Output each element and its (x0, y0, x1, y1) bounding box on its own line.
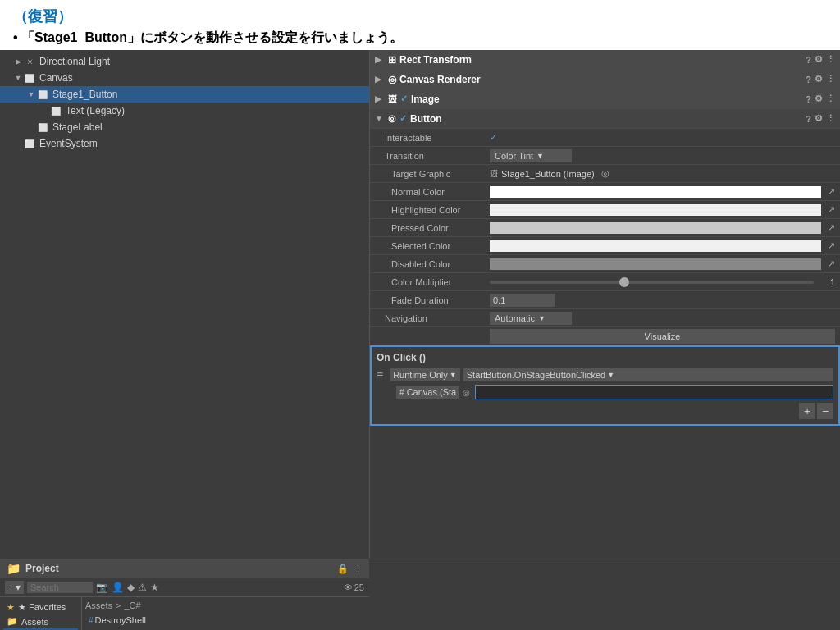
collapse-arrow: ▶ (375, 94, 388, 103)
canvas-icon: ⬜ (23, 71, 36, 84)
tree-item-stage1-button[interactable]: ▼ ⬜ Stage1_Button (0, 86, 369, 103)
lock-icon[interactable]: 🔒 (337, 564, 349, 574)
more-icon[interactable]: ⋮ (826, 94, 835, 104)
annotation-section: （復習） • 「Stage1_Button」にボタンを動作させる設定を行いましょ… (0, 0, 840, 50)
settings-icon[interactable]: ⚙ (815, 94, 823, 104)
target-graphic-row: Target Graphic 🖼 Stage1_Button (Image) ◎ (370, 165, 840, 183)
tree-item-canvas[interactable]: ▼ ⬜ Canvas (0, 70, 369, 86)
slider-track[interactable] (490, 281, 814, 284)
pressed-color-row: Pressed Color ↗ (370, 219, 840, 237)
project-header: 📁 Project 🔒 ⋮ (0, 559, 369, 578)
navigation-row: Navigation Automatic ▼ (370, 309, 840, 327)
visualize-row: Visualize (370, 327, 840, 345)
filter-icon-4[interactable]: ⚠ (138, 582, 147, 593)
filter-icon-5[interactable]: ★ (150, 582, 159, 593)
target-graphic-value: 🖼 Stage1_Button (Image) ◎ (490, 168, 835, 179)
pressed-color-swatch[interactable] (490, 222, 821, 234)
fade-duration-input[interactable] (490, 294, 555, 307)
tree-item-text-legacy[interactable]: ⬜ Text (Legacy) (0, 103, 369, 119)
more-icon[interactable]: ⋮ (826, 113, 835, 124)
filter-icon-1[interactable]: 📷 (96, 582, 108, 593)
visualize-button[interactable]: Visualize (490, 329, 835, 344)
project-panel: 📁 Project 🔒 ⋮ + ▾ 📷 👤 ◆ ⚠ ★ 👁 25 (0, 559, 369, 630)
interactable-row: Interactable ✓ (370, 129, 840, 147)
onclick-header: On Click () (377, 352, 833, 363)
image-header[interactable]: ▶ 🖼 ✓ Image ? ⚙ ⋮ (370, 89, 840, 109)
canvas-renderer-icon: ◎ (388, 74, 396, 85)
button-header[interactable]: ▼ ◎ ✓ Button ? ⚙ ⋮ (370, 109, 840, 129)
highlighted-color-row: Highlighted Color ↗ (370, 201, 840, 219)
hierarchy-panel: ▶ ☀ Directional Light ▼ ⬜ Canvas ▼ ⬜ Sta… (0, 50, 369, 559)
eye-icon: 👁 (344, 582, 353, 592)
dropdown-arrow-icon: ▼ (536, 152, 544, 160)
project-sidebar: ★ ★ Favorites 📁 Assets 📁 _C# ▶ 📁 _Images (0, 597, 82, 630)
runtime-dropdown[interactable]: Runtime Only ▼ (390, 368, 460, 381)
image-icon: 🖼 (388, 94, 397, 104)
more-icon[interactable]: ⋮ (826, 54, 835, 65)
star-icon: ★ (7, 602, 15, 613)
filter-icon-3[interactable]: ◆ (127, 582, 135, 593)
canvas-renderer-header[interactable]: ▶ ◎ Canvas Renderer ? ⚙ ⋮ (370, 70, 840, 89)
breadcrumb: Assets > _C# (85, 600, 366, 610)
settings-icon[interactable]: ⚙ (815, 74, 823, 84)
folder-icon: 📁 (7, 616, 18, 627)
function-dropdown[interactable]: StartButton.OnStageButtonClicked ▼ (463, 368, 833, 381)
pressed-color-eyedrop[interactable]: ↗ (828, 222, 835, 233)
highlighted-color-swatch[interactable] (490, 204, 821, 216)
dropdown-arrow-icon: ▼ (607, 371, 614, 379)
stage1-button-icon: ⬜ (36, 88, 49, 101)
rect-transform-icon: ⊞ (388, 54, 396, 66)
interactable-checkbox[interactable]: ✓ (490, 132, 497, 142)
tree-item-directional-light[interactable]: ▶ ☀ Directional Light (0, 53, 369, 70)
file-item-1[interactable]: # EnemyAttack_1 (85, 627, 366, 630)
component-icons: ? ⚙ ⋮ (806, 94, 835, 104)
help-icon[interactable]: ? (806, 75, 811, 84)
settings-icon[interactable]: ⚙ (815, 113, 823, 124)
event-system-icon: ⬜ (23, 137, 36, 150)
target-select-icon[interactable]: ◎ (601, 168, 609, 179)
object-icon: # (399, 388, 404, 397)
disabled-color-eyedrop[interactable]: ↗ (828, 258, 835, 269)
more-icon[interactable]: ⋮ (826, 74, 835, 84)
tree-item-stage-label[interactable]: ⬜ StageLabel (0, 119, 369, 135)
assets-item[interactable]: 📁 Assets (3, 614, 78, 628)
onclick-config-row: ≡ Runtime Only ▼ StartButton.OnStageButt… (377, 368, 833, 381)
highlighted-color-eyedrop[interactable]: ↗ (828, 204, 835, 215)
disabled-color-swatch[interactable] (490, 258, 821, 270)
color-multiplier-slider: 1 (490, 277, 835, 287)
settings-icon[interactable]: ⚙ (815, 54, 823, 65)
add-button[interactable]: + ▾ (5, 581, 24, 594)
object-select-icon[interactable]: ◎ (463, 388, 470, 397)
onclick-function-input[interactable] (475, 385, 833, 399)
navigation-dropdown[interactable]: Automatic ▼ (490, 312, 572, 325)
rect-transform-header[interactable]: ▶ ⊞ Rect Transform ? ⚙ ⋮ (370, 50, 840, 70)
filter-icon-2[interactable]: 👤 (112, 582, 124, 593)
help-icon[interactable]: ? (806, 114, 811, 124)
favorites-item[interactable]: ★ ★ Favorites (3, 600, 78, 614)
add-onclick-button[interactable]: + (799, 403, 815, 419)
object-label: # Canvas (Sta (396, 386, 459, 399)
file-item-0[interactable]: # DestroyShell (85, 614, 366, 627)
help-icon[interactable]: ? (806, 55, 811, 65)
bullet-instruction: • 「Stage1_Button」にボタンを動作させる設定を行いましょう。 (13, 30, 827, 47)
more-menu-icon[interactable]: ⋮ (354, 564, 363, 574)
script-icon: # (89, 616, 94, 625)
transition-dropdown[interactable]: Color Tint ▼ (490, 149, 572, 162)
normal-color-eyedrop[interactable]: ↗ (828, 186, 835, 197)
drag-handle-icon: ≡ (377, 368, 383, 381)
dropdown-arrow-icon: ▼ (538, 314, 546, 322)
remove-onclick-button[interactable]: − (817, 403, 833, 419)
help-icon[interactable]: ? (806, 94, 811, 104)
fukkyu-label: （復習） (13, 7, 827, 26)
selected-color-swatch[interactable] (490, 240, 821, 252)
slider-knob[interactable] (619, 277, 629, 287)
project-body: ★ ★ Favorites 📁 Assets 📁 _C# ▶ 📁 _Images (0, 597, 369, 630)
target-graphic-icon: 🖼 (490, 169, 498, 178)
color-multiplier-row: Color Multiplier 1 (370, 273, 840, 291)
search-input[interactable] (27, 582, 93, 593)
tree-item-event-system[interactable]: ⬜ EventSystem (0, 135, 369, 152)
normal-color-swatch[interactable] (490, 186, 821, 198)
selected-color-eyedrop[interactable]: ↗ (828, 240, 835, 251)
onclick-section: On Click () ≡ Runtime Only ▼ StartButton… (370, 345, 840, 426)
selected-color-row: Selected Color ↗ (370, 237, 840, 255)
